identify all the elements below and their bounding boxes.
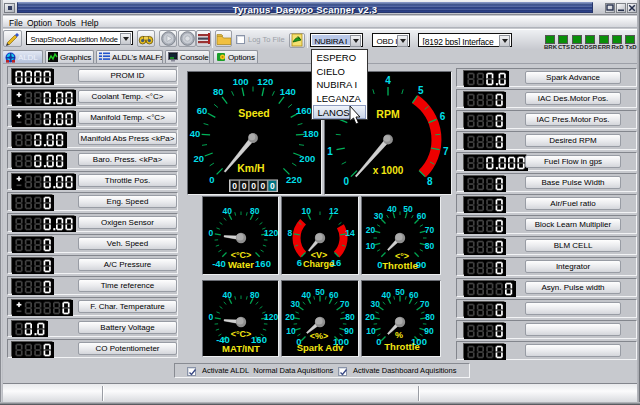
svg-text:60: 60: [409, 290, 419, 300]
svg-text:20: 20: [365, 312, 375, 322]
svg-text:Charge: Charge: [303, 259, 334, 269]
svg-text:0: 0: [209, 312, 214, 322]
svg-text:50: 50: [315, 287, 325, 297]
svg-text:4: 4: [385, 75, 391, 86]
svg-text:30: 30: [291, 299, 301, 309]
svg-text:Water: Water: [228, 259, 254, 270]
svg-text:10: 10: [286, 326, 296, 336]
svg-text:-40: -40: [212, 258, 226, 269]
svg-text:RPM: RPM: [376, 108, 400, 120]
svg-text:0: 0: [261, 181, 266, 191]
svg-text:Km/H: Km/H: [237, 162, 264, 174]
svg-text:120: 120: [264, 228, 278, 238]
svg-text:<°C>: <°C>: [231, 329, 252, 339]
svg-text:0: 0: [232, 181, 237, 191]
svg-text:20: 20: [193, 153, 204, 164]
svg-text:70: 70: [340, 299, 350, 309]
svg-text:80: 80: [250, 290, 260, 300]
svg-text:Speed: Speed: [238, 107, 270, 119]
svg-text:8: 8: [427, 176, 433, 187]
svg-text:120: 120: [264, 312, 278, 322]
svg-text:Throttle: Throttle: [384, 341, 419, 352]
svg-text:40: 40: [222, 290, 232, 300]
svg-text:%: %: [395, 330, 403, 340]
svg-text:0: 0: [251, 181, 256, 191]
svg-text:40: 40: [387, 204, 397, 214]
svg-text:<V>: <V>: [311, 250, 328, 260]
svg-text:40: 40: [301, 290, 311, 300]
svg-text:0: 0: [344, 176, 350, 187]
svg-text:100: 100: [233, 76, 249, 87]
svg-text:14: 14: [345, 228, 355, 238]
svg-text:40: 40: [381, 290, 391, 300]
svg-text:60: 60: [329, 290, 339, 300]
svg-text:12: 12: [329, 206, 339, 216]
svg-text:6: 6: [440, 111, 446, 122]
svg-text:60: 60: [417, 211, 427, 221]
svg-text:30: 30: [371, 299, 381, 309]
svg-text:10: 10: [366, 241, 376, 251]
svg-text:<%>: <%>: [310, 331, 329, 341]
svg-text:90: 90: [424, 326, 434, 336]
svg-text:50: 50: [403, 204, 413, 214]
svg-text:Spark Adv: Spark Adv: [297, 342, 344, 353]
svg-text:140: 140: [280, 86, 296, 97]
svg-text:0: 0: [209, 174, 214, 185]
svg-text:6: 6: [297, 257, 302, 268]
svg-text:160: 160: [296, 105, 312, 116]
svg-text:90: 90: [344, 326, 354, 336]
svg-text:180: 180: [303, 128, 319, 139]
svg-text:0: 0: [209, 228, 214, 238]
svg-text:20: 20: [366, 225, 376, 235]
svg-text:0: 0: [376, 336, 381, 347]
svg-text:200: 200: [299, 153, 315, 164]
svg-text:70: 70: [425, 225, 435, 235]
svg-text:80: 80: [213, 86, 224, 97]
svg-text:8: 8: [288, 228, 293, 238]
svg-text:220: 220: [286, 174, 302, 185]
svg-text:40: 40: [222, 206, 232, 216]
svg-text:0: 0: [270, 181, 275, 191]
svg-text:40: 40: [190, 128, 201, 139]
svg-text:5: 5: [418, 85, 424, 96]
svg-text:160: 160: [255, 258, 271, 269]
svg-text:80: 80: [345, 312, 355, 322]
svg-text:x 1000: x 1000: [373, 165, 404, 176]
svg-text:70: 70: [420, 299, 430, 309]
svg-text:Throttle: Throttle: [382, 260, 417, 271]
svg-text:MAT/INT: MAT/INT: [222, 343, 260, 354]
svg-text:1: 1: [327, 146, 333, 157]
svg-text:0: 0: [242, 181, 247, 191]
svg-text:80: 80: [425, 312, 435, 322]
svg-text:20: 20: [285, 312, 295, 322]
svg-text:50: 50: [395, 287, 405, 297]
svg-text:80: 80: [250, 206, 260, 216]
svg-text:60: 60: [197, 105, 208, 116]
svg-text:7: 7: [443, 146, 449, 157]
svg-text:80: 80: [425, 241, 435, 251]
svg-text:10: 10: [366, 326, 376, 336]
svg-text:120: 120: [257, 76, 273, 87]
svg-text:10: 10: [301, 206, 311, 216]
svg-text:30: 30: [374, 211, 384, 221]
